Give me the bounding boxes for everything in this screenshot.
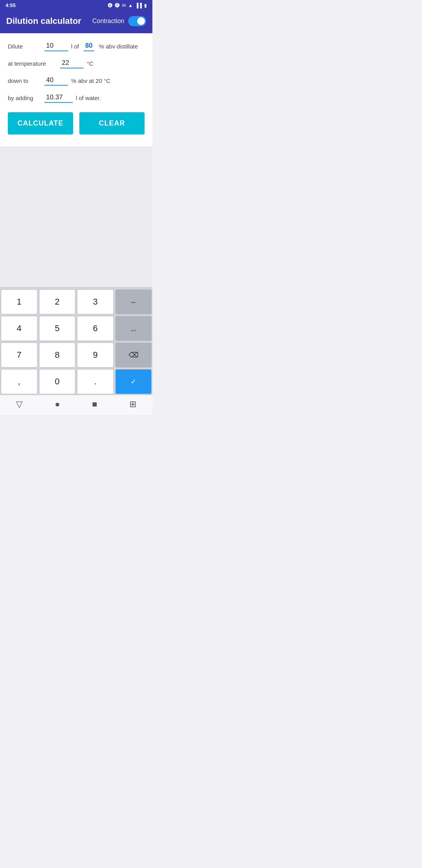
temperature-input[interactable] <box>60 58 84 68</box>
keyboard-row-2: 4 5 6 ⎵ <box>0 315 152 342</box>
wifi-icon: ▲ <box>128 3 133 8</box>
signal-icon: ▐▐ <box>135 3 142 8</box>
downto-input[interactable] <box>45 75 68 86</box>
nav-back-button[interactable]: ▽ <box>16 399 23 409</box>
nav-recent-button[interactable]: ■ <box>92 399 97 409</box>
action-buttons: CALCULATE CLEAR <box>8 112 145 135</box>
key-dash[interactable]: – <box>115 289 152 314</box>
nav-bar: ▽ ● ■ ⊞ <box>0 395 152 415</box>
byadding-row: by adding l of water. <box>8 93 145 103</box>
nav-home-button[interactable]: ● <box>55 399 60 409</box>
space-icon: ⎵ <box>131 325 136 333</box>
status-icons: 🅐 🅟 ✉ ▲ ▐▐ ▮ <box>108 3 147 8</box>
confirm-icon: ✓ <box>131 377 136 386</box>
key-space[interactable]: ⎵ <box>115 316 152 341</box>
downto-row: down to % abv at 20 °C <box>8 75 145 86</box>
keyboard-row-1: 1 2 3 – <box>0 289 152 315</box>
message-icon: ✉ <box>122 3 126 8</box>
abv-at-20-text: % abv at 20 °C <box>71 77 110 84</box>
keyboard-row-3: 7 8 9 ⌫ <box>0 342 152 368</box>
empty-area <box>0 146 152 287</box>
calculate-button[interactable]: CALCULATE <box>8 112 73 135</box>
temperature-label: at temperature <box>8 60 59 67</box>
app-bar: Dilution calculator Contraction <box>0 11 152 33</box>
key-confirm[interactable]: ✓ <box>115 369 152 394</box>
abv-value-display: 80 <box>84 41 94 51</box>
contraction-toggle-area[interactable]: Contraction <box>92 16 146 26</box>
temperature-row: at temperature °C <box>8 58 145 68</box>
key-comma[interactable]: , <box>1 369 38 394</box>
backspace-icon: ⌫ <box>129 351 138 359</box>
key-period[interactable]: . <box>77 369 114 394</box>
key-backspace[interactable]: ⌫ <box>115 343 152 368</box>
app-title: Dilution calculator <box>6 16 81 26</box>
status-time: 4:55 <box>5 2 16 8</box>
battery-icon: ▮ <box>144 3 147 8</box>
p-icon: 🅟 <box>115 3 120 8</box>
key-6[interactable]: 6 <box>77 316 114 341</box>
key-0[interactable]: 0 <box>39 369 76 394</box>
key-9[interactable]: 9 <box>77 343 114 368</box>
downto-label: down to <box>8 77 43 84</box>
l-of-text: l of <box>71 43 79 50</box>
key-7[interactable]: 7 <box>1 343 38 368</box>
key-1[interactable]: 1 <box>1 289 38 314</box>
main-content: Dilute l of 80 % abv distillate at tempe… <box>0 33 152 146</box>
clear-button[interactable]: CLEAR <box>79 112 145 135</box>
key-4[interactable]: 4 <box>1 316 38 341</box>
notification-icon: 🅐 <box>108 3 113 8</box>
dilute-label: Dilute <box>8 43 43 50</box>
byadding-label: by adding <box>8 95 43 101</box>
key-3[interactable]: 3 <box>77 289 114 314</box>
keyboard: 1 2 3 – 4 5 6 ⎵ 7 8 9 ⌫ , 0 . ✓ <box>0 287 152 395</box>
status-bar: 4:55 🅐 🅟 ✉ ▲ ▐▐ ▮ <box>0 0 152 11</box>
key-8[interactable]: 8 <box>39 343 76 368</box>
contraction-toggle[interactable] <box>128 16 146 26</box>
dash-icon: – <box>131 298 135 306</box>
key-2[interactable]: 2 <box>39 289 76 314</box>
dilute-input[interactable] <box>45 41 68 51</box>
keyboard-row-4: , 0 . ✓ <box>0 368 152 395</box>
of-water-text: l of water. <box>76 95 101 101</box>
byadding-input[interactable] <box>45 93 73 103</box>
nav-keyboard-button[interactable]: ⊞ <box>129 399 136 409</box>
celsius-text: °C <box>87 60 93 67</box>
contraction-label: Contraction <box>92 18 124 25</box>
key-5[interactable]: 5 <box>39 316 76 341</box>
dilute-row: Dilute l of 80 % abv distillate <box>8 41 145 51</box>
abv-distillate-text: % abv distillate <box>99 43 138 50</box>
